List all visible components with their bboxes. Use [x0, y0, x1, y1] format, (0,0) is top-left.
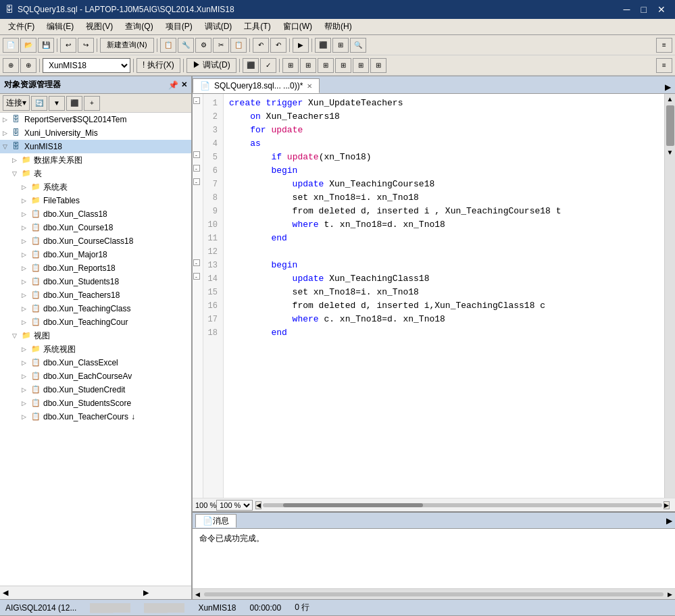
check-btn[interactable]: ✓: [260, 58, 276, 73]
tb8[interactable]: ↶: [253, 38, 269, 53]
grid2-btn[interactable]: ⊞: [282, 58, 299, 73]
gutter-line-7[interactable]: -: [193, 175, 203, 188]
scroll-left[interactable]: ◀: [3, 588, 8, 597]
connect-button[interactable]: 连接▾: [3, 95, 30, 111]
zoom-btn[interactable]: 🔍: [350, 38, 366, 53]
tree-item-students18[interactable]: ▷ 📋 dbo.Xun_Students18: [19, 275, 191, 288]
tb4[interactable]: 🔧: [178, 38, 194, 53]
oe-refresh-btn[interactable]: 🔄: [31, 96, 47, 111]
menu-project[interactable]: 项目(P): [160, 20, 198, 34]
tree-item-reportserver[interactable]: ▷ 🗄 ReportServer$SQL2014Tem: [0, 113, 191, 126]
collapse-5[interactable]: -: [193, 151, 200, 158]
tree-item-teachercours[interactable]: ▷ 📋 dbo.Xun_TeacherCours ↓: [19, 410, 191, 424]
tb9[interactable]: ↶: [270, 38, 286, 53]
gutter-line-14[interactable]: -: [193, 270, 203, 283]
scroll-thumb[interactable]: [666, 105, 674, 146]
tb-icon2[interactable]: ⊕: [20, 58, 36, 73]
scroll-right[interactable]: ▶: [143, 588, 149, 597]
oe-close-icon[interactable]: ✕: [181, 80, 187, 90]
redo-btn[interactable]: ↪: [78, 38, 94, 53]
scroll-up-arrow[interactable]: ▲: [666, 94, 675, 104]
results-tab-messages[interactable]: 📄 消息: [195, 514, 236, 528]
oe-scroll-bottom[interactable]: ◀ ▶: [0, 586, 191, 599]
zoom-select[interactable]: 100 %: [216, 500, 253, 511]
tree-item-xunmis18[interactable]: ▽ 🗄 XunMIS18: [0, 140, 191, 153]
tree-item-systables[interactable]: ▷ 📁 系统表: [19, 180, 191, 194]
tree-item-views[interactable]: ▽ 📁 视图: [9, 329, 191, 342]
collapse-1[interactable]: -: [193, 97, 200, 104]
collapse-7[interactable]: -: [193, 178, 200, 185]
execute-button[interactable]: ! 执行(X): [136, 58, 180, 73]
menu-debug[interactable]: 调试(D): [199, 20, 238, 34]
hscroll-left[interactable]: ◀: [255, 501, 261, 509]
oe-stop-btn[interactable]: ⬛: [66, 96, 82, 111]
sql-editor[interactable]: - - - - - -: [193, 94, 664, 498]
tree-item-sysviews[interactable]: ▷ 📁 系统视图: [19, 342, 191, 356]
tree-item-courseclass18[interactable]: ▷ 📋 dbo.Xun_CourseClass18: [19, 234, 191, 248]
scroll-down-arrow[interactable]: ▼: [666, 147, 675, 157]
tb5[interactable]: ⚙: [195, 38, 211, 53]
results-scrollbar[interactable]: ◀ ▶: [193, 588, 675, 599]
tree-item-reports18[interactable]: ▷ 📋 dbo.Xun_Reports18: [19, 261, 191, 275]
debug-button[interactable]: ▶ 调试(D): [186, 58, 236, 73]
tab-close-button[interactable]: ✕: [307, 82, 312, 90]
database-selector[interactable]: XunMIS18: [43, 58, 130, 73]
grid4-btn[interactable]: ⊞: [318, 58, 334, 73]
title-bar-controls[interactable]: ─ □ ✕: [620, 4, 670, 15]
grid3-btn[interactable]: ⊞: [300, 58, 316, 73]
gutter-line-5[interactable]: -: [193, 148, 203, 161]
menu-query[interactable]: 查询(Q): [120, 20, 158, 34]
tree-item-studencredit[interactable]: ▷ 📋 dbo.Xun_StudenCredit: [19, 383, 191, 396]
close-button[interactable]: ✕: [653, 4, 670, 15]
new-btn[interactable]: 📄: [3, 38, 19, 53]
tree-item-tables[interactable]: ▽ 📁 表: [9, 167, 191, 180]
collapse-14[interactable]: -: [193, 273, 200, 280]
collapse-13[interactable]: -: [193, 259, 200, 266]
minimize-button[interactable]: ─: [620, 4, 634, 15]
oe-filter-btn[interactable]: ▼: [49, 96, 65, 111]
stop2-btn[interactable]: ⬛: [243, 58, 259, 73]
stop-btn[interactable]: ⬛: [315, 38, 331, 53]
res-hscroll-right[interactable]: ▶: [665, 591, 675, 598]
collapse-6[interactable]: -: [193, 165, 200, 172]
tree-item-major18[interactable]: ▷ 📋 dbo.Xun_Major18: [19, 248, 191, 261]
query-tab-active[interactable]: 📄 SQLQuery18.sql... ...0))* ✕: [193, 78, 320, 93]
hscroll-right[interactable]: ▶: [664, 501, 670, 509]
menu-view[interactable]: 视图(V): [80, 20, 118, 34]
tree-item-teachingclass[interactable]: ▷ 📋 dbo.Xun_TeachingClass: [19, 302, 191, 315]
menu-window[interactable]: 窗口(W): [278, 20, 318, 34]
tab-scroll-right[interactable]: ▶: [661, 81, 675, 93]
grid-btn[interactable]: ⊞: [332, 38, 349, 53]
tree-item-filetables[interactable]: ▷ 📁 FileTables: [19, 194, 191, 207]
gutter-line-13[interactable]: -: [193, 256, 203, 270]
vertical-scrollbar[interactable]: ▲ ▼: [664, 94, 675, 498]
tb3[interactable]: 📋: [160, 38, 176, 53]
grid6-btn[interactable]: ⊞: [353, 58, 369, 73]
new-query-btn[interactable]: 新建查询(N): [100, 38, 154, 53]
tree-item-course18[interactable]: ▷ 📋 dbo.Xun_Course18: [19, 221, 191, 234]
undo-btn[interactable]: ↩: [60, 38, 76, 53]
menu-help[interactable]: 帮助(H): [319, 20, 357, 34]
menu-tools[interactable]: 工具(T): [239, 20, 276, 34]
oe-tree[interactable]: ▷ 🗄 ReportServer$SQL2014Tem ▷ 🗄 Xuni_Uni…: [0, 113, 191, 586]
tb-icon1[interactable]: ⊕: [3, 58, 19, 73]
results-scroll-right[interactable]: ▶: [666, 516, 672, 525]
tree-item-teachers18[interactable]: ▷ 📋 dbo.Xun_Teachers18: [19, 288, 191, 302]
gutter-line-6[interactable]: -: [193, 161, 203, 175]
save-btn[interactable]: 💾: [38, 38, 54, 53]
grid7-btn[interactable]: ⊞: [370, 58, 386, 73]
res-hscroll-left[interactable]: ◀: [193, 591, 203, 598]
oe-new-btn[interactable]: +: [84, 96, 100, 111]
more2-btn[interactable]: ≡: [656, 58, 672, 73]
run-btn[interactable]: ▶: [293, 38, 309, 53]
tree-item-class18[interactable]: ▷ 📋 dbo.Xun_Class18: [19, 207, 191, 221]
grid5-btn[interactable]: ⊞: [335, 58, 351, 73]
tree-item-xuni[interactable]: ▷ 🗄 Xuni_University_Mis: [0, 126, 191, 140]
maximize-button[interactable]: □: [637, 4, 651, 15]
tree-item-teachingcour[interactable]: ▷ 📋 dbo.Xun_TeachingCour: [19, 315, 191, 329]
menu-edit[interactable]: 编辑(E): [41, 20, 79, 34]
more-btn[interactable]: ≡: [656, 38, 672, 53]
code-area[interactable]: create trigger Xun_UpdateTeachers on Xun…: [224, 94, 664, 498]
pin-icon[interactable]: 📌: [168, 80, 178, 90]
open-btn[interactable]: 📂: [20, 38, 36, 53]
